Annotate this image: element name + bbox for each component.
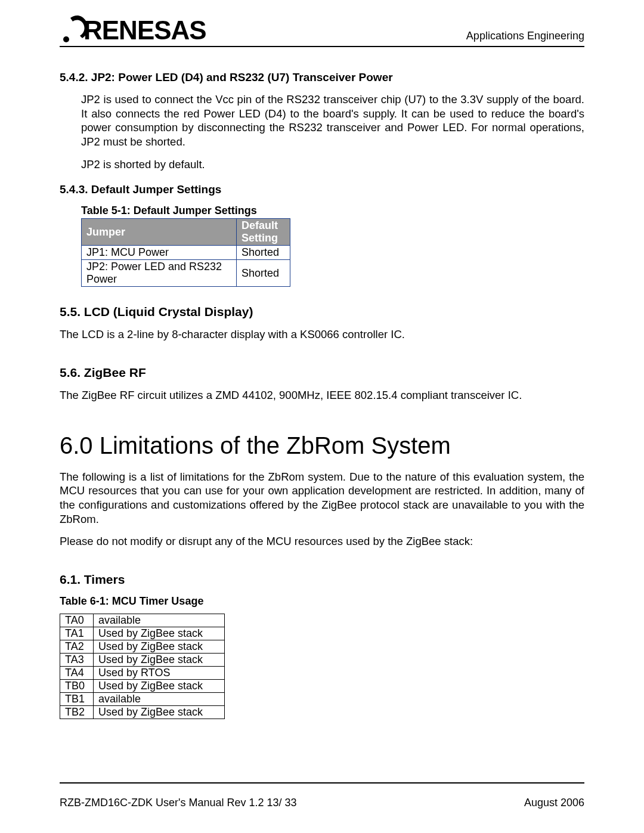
heading-5-6: 5.6. ZigBee RF (60, 366, 584, 380)
table-row: JP1: MCU Power Shorted (82, 246, 290, 260)
cell-use: Used by ZigBee stack (94, 654, 225, 667)
table-6-1-caption: Table 6-1: MCU Timer Usage (60, 595, 584, 608)
page-footer: RZB-ZMD16C-ZDK User's Manual Rev 1.2 13/… (60, 782, 584, 809)
cell-use: Used by RTOS (94, 667, 225, 680)
heading-6-0: 6.0 Limitations of the ZbRom System (60, 432, 584, 459)
cell-timer: TB0 (60, 680, 94, 693)
cell-setting: Shorted (237, 260, 290, 287)
cell-timer: TB1 (60, 693, 94, 706)
table-5-1-caption: Table 5-1: Default Jumper Settings (81, 205, 584, 217)
renesas-logo: RENESAS (60, 12, 250, 45)
cell-jumper: JP1: MCU Power (82, 246, 237, 260)
footer-left: RZB-ZMD16C-ZDK User's Manual Rev 1.2 13/… (60, 797, 297, 809)
cell-use: Used by ZigBee stack (94, 706, 225, 719)
cell-use: Used by ZigBee stack (94, 680, 225, 693)
table-row: JP2: Power LED and RS232 Power Shorted (82, 260, 290, 287)
page-header: RENESAS Applications Engineering (60, 12, 584, 47)
cell-use: Used by ZigBee stack (94, 640, 225, 654)
table-header-default: Default Setting (237, 219, 290, 246)
table-6-1: TA0available TA1Used by ZigBee stack TA2… (60, 614, 225, 719)
table-row: TA4Used by RTOS (60, 667, 225, 680)
table-row: TB2Used by ZigBee stack (60, 706, 225, 719)
para-6-0-1: The following is a list of limitations f… (60, 470, 584, 527)
table-row: TB0Used by ZigBee stack (60, 680, 225, 693)
cell-timer: TA0 (60, 614, 94, 627)
cell-timer: TB2 (60, 706, 94, 719)
cell-timer: TA4 (60, 667, 94, 680)
table-row: TA1Used by ZigBee stack (60, 627, 225, 640)
cell-use: available (94, 614, 225, 627)
heading-5-4-2: 5.4.2. JP2: Power LED (D4) and RS232 (U7… (60, 71, 584, 84)
footer-right: August 2006 (524, 797, 584, 809)
heading-5-5: 5.5. LCD (Liquid Crystal Display) (60, 305, 584, 319)
para-5-6-1: The ZigBee RF circuit utilizes a ZMD 441… (60, 388, 584, 402)
page: RENESAS Applications Engineering 5.4.2. … (0, 0, 644, 833)
svg-text:RENESAS: RENESAS (83, 16, 206, 45)
para-5-4-2-1: JP2 is used to connect the Vcc pin of th… (81, 92, 584, 149)
header-right-text: Applications Engineering (466, 30, 584, 45)
para-6-0-2: Please do not modify or disrupt any of t… (60, 534, 584, 549)
cell-use: available (94, 693, 225, 706)
cell-timer: TA3 (60, 654, 94, 667)
heading-6-1: 6.1. Timers (60, 572, 584, 587)
table-5-1: Jumper Default Setting JP1: MCU Power Sh… (81, 218, 290, 287)
table-header-jumper: Jumper (82, 219, 237, 246)
cell-jumper: JP2: Power LED and RS232 Power (82, 260, 237, 287)
cell-timer: TA1 (60, 627, 94, 640)
cell-use: Used by ZigBee stack (94, 627, 225, 640)
footer-row: RZB-ZMD16C-ZDK User's Manual Rev 1.2 13/… (60, 797, 584, 809)
cell-timer: TA2 (60, 640, 94, 654)
table-row: TA0available (60, 614, 225, 627)
heading-5-4-3: 5.4.3. Default Jumper Settings (60, 183, 584, 196)
table-row: TA2Used by ZigBee stack (60, 640, 225, 654)
table-row: TA3Used by ZigBee stack (60, 654, 225, 667)
svg-point-0 (63, 36, 69, 42)
table-row: Jumper Default Setting (82, 219, 290, 246)
cell-setting: Shorted (237, 246, 290, 260)
table-row: TB1available (60, 693, 225, 706)
para-5-4-2-2: JP2 is shorted by default. (81, 157, 584, 172)
para-5-5-1: The LCD is a 2-line by 8-character displ… (60, 327, 584, 342)
footer-rule (60, 782, 584, 784)
